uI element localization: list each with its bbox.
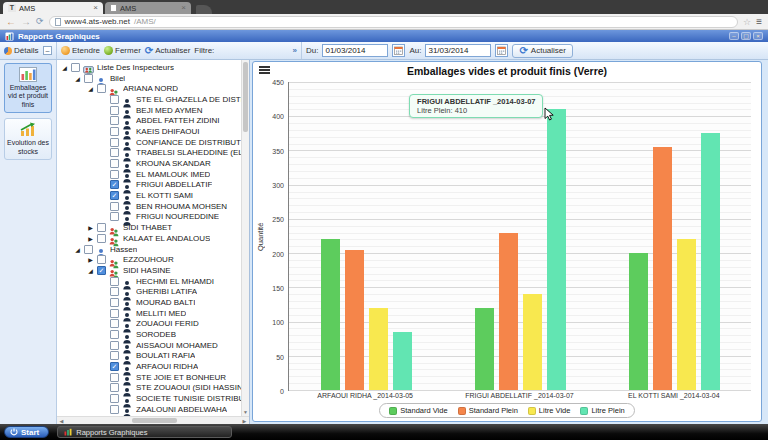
legend-item[interactable]: Standard Plein	[458, 406, 518, 415]
legend-item[interactable]: Standard Vide	[389, 406, 447, 415]
calendar-from-button[interactable]	[392, 44, 405, 57]
tree-item[interactable]: TRABELSI SLAHEDDINE (EL HAMED	[57, 148, 241, 159]
tree-item[interactable]: SORODEB	[57, 329, 241, 340]
sidebar-item-evolution[interactable]: Evolution des stocks	[4, 118, 52, 160]
tree-item[interactable]: ◢ARIANA NORD	[57, 83, 241, 94]
expand-arrow-icon[interactable]: ◢	[87, 85, 94, 92]
tree-checkbox[interactable]	[110, 202, 119, 211]
tree-checkbox[interactable]	[110, 341, 119, 350]
tree-item[interactable]: ◢✓SIDI HASINE	[57, 265, 241, 276]
vertical-scrollbar[interactable]: ▼	[241, 60, 249, 416]
tree-checkbox[interactable]: ✓	[110, 191, 119, 200]
url-bar[interactable]: www4.ats-web.net/AMS/	[49, 16, 739, 28]
tree-checkbox[interactable]	[110, 319, 119, 328]
tree-checkbox[interactable]	[110, 277, 119, 286]
refresh-chart-button[interactable]: ⟳ Actualiser	[512, 44, 573, 58]
tree-item[interactable]: SOCIETE TUNISIE DISTRIBUTION	[57, 393, 241, 404]
scrollbar-thumb[interactable]	[132, 418, 177, 423]
tree-checkbox[interactable]	[84, 74, 93, 83]
tree-checkbox[interactable]	[110, 159, 119, 168]
new-tab-button[interactable]	[196, 5, 212, 14]
legend-item[interactable]: Litre Plein	[580, 406, 624, 415]
horizontal-scrollbar[interactable]: ◀ ▶	[57, 416, 249, 424]
tree-checkbox[interactable]	[97, 223, 106, 232]
back-icon[interactable]: ←	[6, 17, 16, 27]
tree-item[interactable]: ✓ARFAOUI RIDHA	[57, 361, 241, 372]
tree-checkbox[interactable]	[110, 373, 119, 382]
tree-item[interactable]: STE JOIE ET BONHEUR	[57, 372, 241, 383]
tree-checkbox[interactable]	[110, 330, 119, 339]
tree-checkbox[interactable]: ✓	[110, 180, 119, 189]
tree-checkbox[interactable]: ✓	[110, 362, 119, 371]
tree-item[interactable]: ✓FRIGUI ABDELLATIF	[57, 180, 241, 191]
tree-item[interactable]: KROUNA SKANDAR	[57, 158, 241, 169]
reload-icon[interactable]: ⟳	[36, 17, 44, 26]
bar[interactable]	[629, 253, 648, 390]
tree-item[interactable]: ZOUAOUI FERID	[57, 319, 241, 330]
browser-tab-inactive[interactable]: AMS ×	[105, 2, 191, 14]
minimize-icon[interactable]: –	[729, 32, 739, 40]
date-to-input[interactable]	[425, 44, 491, 57]
tree-item[interactable]: CONFIANCE DE DISTRIBUTION	[57, 137, 241, 148]
expand-arrow-icon[interactable]: ◢	[74, 75, 81, 82]
tree-item[interactable]: ✓EL KOTTI SAMI	[57, 190, 241, 201]
tree-item[interactable]: GHERIBI LATIFA	[57, 286, 241, 297]
tree-checkbox[interactable]	[110, 212, 119, 221]
tree-checkbox[interactable]	[110, 138, 119, 147]
expand-arrow-icon[interactable]: ▶	[87, 256, 94, 263]
tree-item[interactable]: EL MAMLOUK IMED	[57, 169, 241, 180]
tree-item[interactable]: STE ZOUAOUI (SIDI HASSINE)	[57, 383, 241, 394]
tab-close-icon[interactable]: ×	[181, 4, 186, 12]
tree-checkbox[interactable]	[97, 234, 106, 243]
expand-all-button[interactable]: Etendre	[61, 46, 100, 55]
tree-item[interactable]: ABDEL FATTEH ZIDINI	[57, 115, 241, 126]
scroll-down-icon[interactable]: ▼	[243, 409, 248, 415]
expand-arrow-icon[interactable]: ◢	[74, 246, 81, 253]
bar[interactable]	[523, 294, 542, 390]
tree-checkbox[interactable]	[97, 255, 106, 264]
collapse-all-button[interactable]: Fermer	[104, 46, 141, 55]
browser-tab-active[interactable]: T AMS ×	[3, 2, 103, 14]
bookmark-star-icon[interactable]: ☆	[743, 17, 751, 27]
bar[interactable]	[677, 239, 696, 390]
tree-checkbox[interactable]	[110, 95, 119, 104]
expand-arrow-icon[interactable]: ▶	[87, 224, 94, 231]
bar[interactable]	[345, 250, 364, 390]
bar[interactable]	[701, 133, 720, 390]
start-button[interactable]: Start	[4, 426, 49, 438]
scrollbar-thumb[interactable]	[243, 62, 248, 132]
tree-checkbox[interactable]	[84, 245, 93, 254]
tree-item[interactable]: KAEIS DHIFAOUI	[57, 126, 241, 137]
chart-menu-icon[interactable]	[259, 66, 270, 74]
tree-item[interactable]: HECHMI EL MHAMDI	[57, 276, 241, 287]
tree-checkbox[interactable]	[110, 394, 119, 403]
tree-item[interactable]: ◢Bilel	[57, 73, 241, 84]
taskbar-item[interactable]: Rapports Graphiques	[57, 426, 232, 438]
bar[interactable]	[369, 308, 388, 390]
scroll-right-icon[interactable]: ▶	[240, 418, 249, 424]
tree-item[interactable]: BOULATI RAFIA	[57, 351, 241, 362]
tree-checkbox[interactable]	[110, 309, 119, 318]
tree-checkbox[interactable]	[110, 148, 119, 157]
tree-checkbox[interactable]	[110, 405, 119, 414]
tree-item[interactable]: BEJI MED AYMEN	[57, 105, 241, 116]
tree-item[interactable]: ◢Hassen	[57, 244, 241, 255]
tree-item[interactable]: FRIGUI NOUREDDINE	[57, 212, 241, 223]
tree-checkbox[interactable]	[71, 63, 80, 72]
calendar-to-button[interactable]	[495, 44, 508, 57]
toolbar-overflow-chevron[interactable]: »	[293, 46, 297, 55]
tree-item[interactable]: ◢Liste Des Inspecteurs	[57, 62, 241, 73]
expand-arrow-icon[interactable]: ◢	[61, 64, 68, 71]
close-icon[interactable]: ×	[753, 32, 763, 40]
tree-checkbox[interactable]	[110, 287, 119, 296]
expand-arrow-icon[interactable]: ▶	[87, 235, 94, 242]
tree-checkbox[interactable]	[110, 116, 119, 125]
bar[interactable]	[499, 233, 518, 390]
refresh-tree-button[interactable]: ⟳ Actualiser	[145, 46, 191, 56]
expand-arrow-icon[interactable]: ◢	[87, 267, 94, 274]
date-from-input[interactable]	[322, 44, 388, 57]
tree-checkbox[interactable]: ✓	[97, 266, 106, 275]
tree-checkbox[interactable]	[110, 351, 119, 360]
tree-checkbox[interactable]	[97, 84, 106, 93]
tree-item[interactable]: ▶EZZOUHOUR	[57, 254, 241, 265]
